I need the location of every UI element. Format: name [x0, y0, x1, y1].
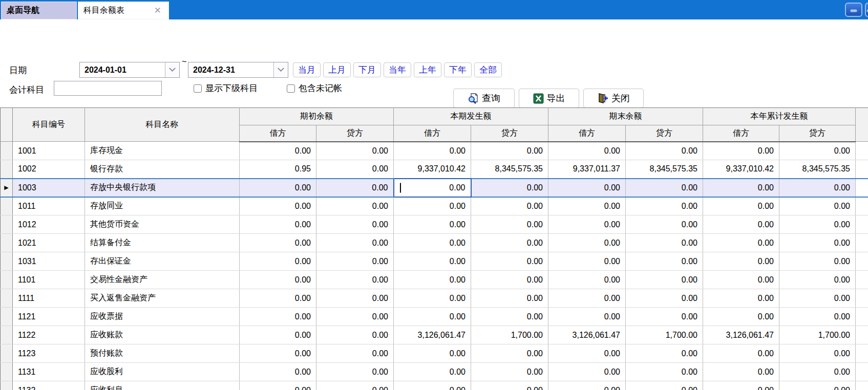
next-month-button[interactable]: 下月 [353, 62, 381, 77]
cell-value[interactable]: 0.00 [703, 197, 779, 215]
cell-code[interactable]: 1101 [13, 271, 85, 289]
row-indicator-cell[interactable] [1, 160, 13, 179]
cell-value[interactable]: 0.00 [316, 363, 394, 381]
export-button[interactable]: 导出 [519, 89, 579, 108]
cell-value[interactable]: 0.00 [626, 271, 703, 289]
cell-name[interactable]: 其他货币资金 [85, 215, 240, 234]
cell-value[interactable]: 0.00 [548, 197, 626, 215]
close-button[interactable]: 关闭 [583, 89, 644, 108]
cell-value[interactable]: 0.00 [240, 271, 316, 289]
cell-value[interactable]: 0.00 [548, 289, 626, 308]
all-periods-button[interactable]: 全部 [474, 62, 502, 77]
cell-value[interactable]: 0.00 [471, 308, 548, 326]
cell-value[interactable]: 0.00 [626, 215, 703, 234]
row-indicator-cell[interactable]: ▶ [1, 179, 13, 197]
cell-value[interactable]: 0.00 [703, 308, 779, 326]
cell-value[interactable]: 0.00 [471, 142, 548, 160]
cell-value[interactable]: 0.00 [471, 363, 548, 381]
cell-code[interactable]: 1132 [13, 381, 85, 390]
window-button-partial[interactable] [865, 3, 868, 17]
cell-value[interactable]: 0.00 [779, 179, 856, 197]
cell-value[interactable]: 0.00 [240, 252, 316, 271]
cell-value[interactable]: 0.00 [471, 271, 548, 289]
cell-value[interactable]: 0.00 [626, 289, 703, 308]
date-from-dropdown[interactable]: 2024-01-01 [79, 62, 180, 78]
cell-value[interactable]: 0.00 [779, 252, 856, 271]
next-year-button[interactable]: 下年 [444, 62, 472, 77]
cell-value[interactable]: 0.00 [316, 142, 394, 160]
row-indicator-cell[interactable] [1, 252, 13, 271]
cell-value[interactable]: 0.00 [779, 344, 856, 363]
cell-value[interactable]: 0.00 [703, 363, 779, 381]
query-button[interactable]: 查询 [453, 89, 515, 108]
cell-name[interactable]: 应收票据 [85, 308, 240, 326]
cell-value[interactable]: 0.00 [548, 271, 626, 289]
cell-value[interactable]: 0.00 [626, 344, 703, 363]
cell-code[interactable]: 1003 [13, 179, 85, 197]
cell-value[interactable]: 0.00 [316, 271, 394, 289]
cell-value[interactable]: 0.00 [240, 179, 316, 197]
cell-name[interactable]: 存放中央银行款项 [85, 179, 240, 197]
cell-value[interactable]: 0.00 [703, 289, 779, 308]
cell-value[interactable]: 0.00 [626, 381, 703, 390]
cell-value[interactable]: 0.00 [548, 363, 626, 381]
cell-value[interactable]: 0.00 [703, 142, 779, 160]
cell-value[interactable]: 0.00 [240, 363, 316, 381]
cell-value[interactable]: 0.00 [240, 326, 316, 344]
cell-value[interactable]: 0.00 [316, 234, 394, 252]
cell-code[interactable]: 1123 [13, 344, 85, 363]
cell-value[interactable]: 0.00 [626, 142, 703, 160]
cell-value[interactable]: 0.00 [316, 381, 394, 390]
row-indicator-cell[interactable] [1, 289, 13, 308]
row-indicator-cell[interactable] [1, 326, 13, 344]
cell-value[interactable]: 0.00 [471, 381, 548, 390]
cell-value[interactable]: 0.00 [316, 215, 394, 234]
cell-value[interactable]: 1,700.00 [779, 326, 856, 344]
include-unposted-checkbox[interactable]: 包含未记帐 [287, 82, 342, 94]
cell-value[interactable]: 0.00 [240, 142, 316, 160]
cell-value[interactable]: 0.95 [240, 160, 316, 179]
cell-name[interactable]: 买入返售金融资产 [85, 289, 240, 308]
cell-value[interactable]: 0.00 [548, 252, 626, 271]
row-indicator-cell[interactable] [1, 363, 13, 381]
cell-value[interactable]: 0.00 [703, 179, 779, 197]
cell-name[interactable]: 存出保证金 [85, 252, 240, 271]
row-indicator-cell[interactable] [1, 308, 13, 326]
cell-value[interactable]: 0.00 [394, 142, 471, 160]
row-indicator-cell[interactable] [1, 381, 13, 390]
cell-value[interactable]: 0.00 [240, 215, 316, 234]
cell-value[interactable]: 0.00 [394, 271, 471, 289]
cell-value[interactable]: 0.00 [394, 363, 471, 381]
cell-value[interactable]: 0.00 [471, 252, 548, 271]
cell-value[interactable]: 0.00 [548, 381, 626, 390]
date-to-dropdown[interactable]: 2024-12-31 [188, 62, 288, 78]
cell-value[interactable]: 0.00 [394, 381, 471, 390]
tab-desktop-navigation[interactable]: 桌面导航 [1, 2, 77, 19]
cell-value[interactable]: 0.00 [779, 363, 856, 381]
cell-value[interactable]: 0.00 [240, 381, 316, 390]
cell-value[interactable]: 0.00 [316, 179, 394, 197]
row-indicator-cell[interactable] [1, 271, 13, 289]
cell-value[interactable]: 0.00 [548, 344, 626, 363]
cell-value[interactable]: 0.00 [316, 326, 394, 344]
cell-value[interactable]: 0.00 [394, 197, 471, 215]
cell-value[interactable]: 0.00 [240, 234, 316, 252]
cell-value[interactable]: 0.00 [240, 308, 316, 326]
cell-value[interactable]: 0.00 [626, 252, 703, 271]
show-sub-accounts-checkbox[interactable]: 显示下级科目 [194, 82, 258, 94]
dropdown-button[interactable] [165, 62, 179, 77]
cell-code[interactable]: 1002 [13, 160, 85, 179]
cell-code[interactable]: 1011 [13, 197, 85, 215]
cell-code[interactable]: 1012 [13, 215, 85, 234]
cell-value[interactable]: 0.00 [394, 179, 471, 197]
cell-value[interactable]: 0.00 [316, 308, 394, 326]
cell-value[interactable]: 0.00 [394, 344, 471, 363]
cell-value[interactable]: 9,337,011.37 [548, 160, 626, 179]
cell-value[interactable]: 0.00 [471, 289, 548, 308]
cell-value[interactable]: 0.00 [626, 363, 703, 381]
cell-value[interactable]: 0.00 [394, 215, 471, 234]
cell-code[interactable]: 1021 [13, 234, 85, 252]
cell-value[interactable]: 0.00 [779, 215, 856, 234]
cell-name[interactable]: 存放同业 [85, 197, 240, 215]
cell-value[interactable]: 0.00 [316, 344, 394, 363]
